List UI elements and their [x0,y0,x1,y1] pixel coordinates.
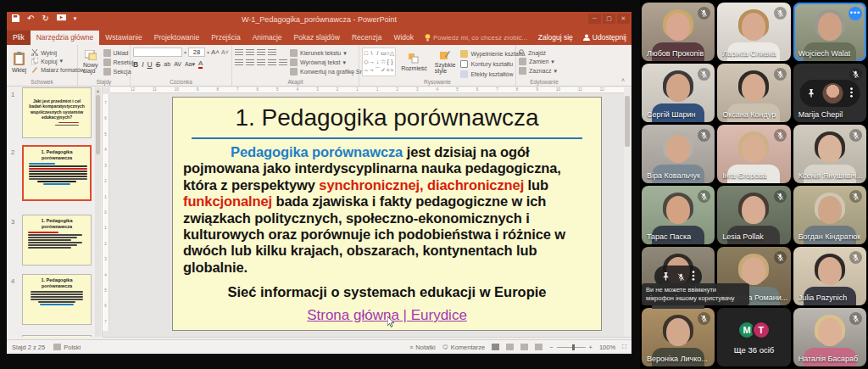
comments-toggle[interactable]: 🗨Komentarze [442,344,485,351]
shape-icon[interactable]: ¬ [369,66,375,75]
shape-icon[interactable]: → [369,58,375,66]
participant-tile-17[interactable]: MTЩе 36 осіб [717,308,790,366]
participant-tile-10[interactable]: Тарас Паска [642,186,715,244]
tile-menu-button[interactable]: ••• [849,7,862,20]
participant-tile-15[interactable]: Julia Pazynich [793,247,866,305]
italic-button[interactable]: I [142,60,143,69]
tab-recenzja[interactable]: Recenzja [346,31,387,45]
columns-icon[interactable] [279,59,287,66]
thumbnail-scrollbar[interactable]: ▲ [95,87,101,337]
collapse-ribbon-icon[interactable]: ˄ [621,77,625,83]
format-painter-button[interactable]: Malarz formatów [31,66,85,73]
cut-button[interactable]: Wytnij [31,49,85,56]
shape-icon[interactable]: ▭ [381,49,387,58]
slideshow-view-icon[interactable] [535,344,542,350]
paste-button[interactable]: Wklej [9,48,29,76]
numbering-icon[interactable] [246,49,254,56]
slide-footer-text[interactable]: Sieć informacji o systemach edukacji w E… [173,284,601,300]
language-indicator[interactable]: Polski [53,344,81,351]
more-participants-tile[interactable]: MTЩе 36 осіб [717,308,790,366]
font-name-box[interactable] [133,48,182,57]
shape-effects-button[interactable]: Efekty kształtów [460,70,525,78]
tab-animacje[interactable]: Animacje [247,31,288,45]
find-button[interactable]: Znajdź [519,49,557,56]
tab-wstawianie[interactable]: Wstawianie [99,31,147,45]
tab-przejścia[interactable]: Przejścia [205,31,246,45]
slide-thumbnail-panel[interactable]: 1Jaki jest przedmiot i cel badań kompara… [7,87,103,337]
slide-thumbnail-2[interactable]: 1. Pedagogika porównawcza [22,145,92,201]
participant-tile-2[interactable]: Лариса Сливка [717,3,790,61]
align-left-icon[interactable] [235,59,243,66]
maximize-button[interactable]: ▢ [603,14,615,24]
pin-icon[interactable] [661,269,670,284]
zoom-level[interactable]: 100% [599,344,615,351]
select-button[interactable]: Zaznacz ▾ [519,67,557,75]
participant-tile-8[interactable]: Інга Єгорова [717,125,790,183]
participant-tile-18[interactable]: Наталія Басараб [793,308,866,366]
shape-icon[interactable]: ☆ [381,58,387,66]
replace-button[interactable]: Zamień ▾ [519,58,557,65]
tile-controls[interactable] [799,80,860,107]
shape-icon[interactable]: / [375,49,381,58]
participant-tile-11[interactable]: Lesia Pollak [717,186,790,244]
participant-tile-1[interactable]: Любов Прокопів [642,3,715,61]
shape-icon[interactable]: ≈ [390,66,394,75]
slide-body-text[interactable]: Pedagogika porównawcza jest dzisiaj na o… [183,144,593,276]
participant-tile-3[interactable]: Wojciech Walat••• [793,3,866,61]
reset-button[interactable]: Resetuj [103,59,134,66]
participant-tile-7[interactable]: Віра Ковальчук [642,125,715,183]
zoom-slider[interactable]: − + [549,344,593,351]
participant-tile-16[interactable]: Вероніка Личко... [642,308,715,366]
slide-canvas[interactable]: 1. Pedagogika porównawcza Pedagogika por… [172,97,602,331]
slide-thumbnail-4[interactable]: 1. Pedagogika porównawcza [22,274,92,325]
zoom-out-icon[interactable]: − [549,344,553,351]
more-options-icon[interactable] [849,86,853,101]
normal-view-icon[interactable] [492,344,499,350]
font-size-box[interactable]: 28 [188,48,205,57]
participant-tile-9[interactable]: Ксенія Янушявіч... [793,125,866,183]
shape-icon[interactable]: ↓ [375,58,381,66]
share-button[interactable]: Udostępnij [583,33,626,42]
shape-icon[interactable]: ✓ [381,66,387,75]
shape-icon[interactable]: ⌒ [375,66,381,75]
shape-icon[interactable]: △ [390,49,394,58]
participant-tile-6[interactable]: Marija Chepil [793,64,866,122]
char-spacing-icon[interactable]: AV [174,61,181,67]
tab-projektowanie[interactable]: Projektowanie [148,31,205,45]
shape-icon[interactable]: \ [369,49,375,58]
tab-widok[interactable]: Widok [387,31,420,45]
bullets-icon[interactable] [235,49,243,56]
mic-muted-icon[interactable] [677,269,685,284]
slide-sorter-icon[interactable] [506,344,514,350]
zoom-slider-knob[interactable] [572,344,575,350]
slide-title[interactable]: 1. Pedagogika porównawcza [173,104,601,131]
text-shadow-button[interactable]: ab [164,61,170,67]
participant-tile-12[interactable]: Богдан Кіндратюк [793,186,866,244]
align-center-icon[interactable] [246,59,254,66]
reading-view-icon[interactable] [520,344,528,350]
tab-narzędzia-główne[interactable]: Narzędzia główne [31,31,100,45]
shape-icon[interactable]: } [390,58,394,66]
slide-thumbnail-5[interactable]: 1. Pedagogika porównawcza [22,335,92,337]
participant-tile-4[interactable]: Сергій Шарин [642,64,715,122]
notes-toggle[interactable]: ≡Notatki [409,344,435,351]
new-slide-button[interactable]: Nowy slajd [81,48,101,76]
underline-button[interactable]: U [147,60,153,69]
zoom-in-icon[interactable]: + [589,344,593,351]
sign-in-link[interactable]: Zaloguj się [538,33,573,42]
shrink-font-icon[interactable]: A˅ [221,49,229,55]
more-options-icon[interactable] [692,269,695,284]
shape-fill-button[interactable]: Wypełnienie kształtu [460,50,525,58]
participant-tile-13[interactable]: Ви не можете ввімкнути мікрофон іншому к… [642,247,715,305]
bold-button[interactable]: B [133,60,138,69]
align-right-icon[interactable] [257,59,265,66]
layout-button[interactable]: Układ [103,49,134,57]
indent-icon[interactable] [257,49,265,56]
arrange-button[interactable]: Rozmieść [398,48,430,76]
tab-pokaz-slajdów[interactable]: Pokaz slajdów [288,31,346,45]
slide-thumbnail-3[interactable]: 1. Pedagogika porównawcza [22,215,92,266]
shape-outline-button[interactable]: Kontury kształtu [460,60,525,68]
quick-styles-button[interactable]: Szybkie style [432,48,459,76]
vertical-scrollbar[interactable] [624,87,631,337]
strikethrough-button[interactable]: S [156,60,161,69]
